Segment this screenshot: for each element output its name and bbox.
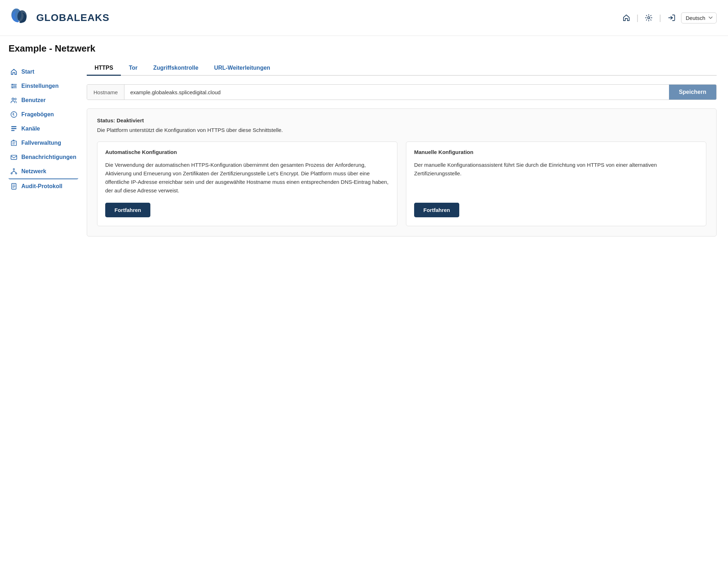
home-button[interactable] xyxy=(620,12,632,23)
tab-tor[interactable]: Tor xyxy=(121,61,145,76)
header: GLOBALEAKS | | Deutsch English França xyxy=(0,0,728,36)
settings-button[interactable] xyxy=(643,12,655,23)
logo-text: GLOBALEAKS xyxy=(36,12,109,23)
tabs: HTTPS Tor Zugriffskontrolle URL-Weiterle… xyxy=(87,61,717,76)
status-box: Status: Deaktiviert Die Plattform unters… xyxy=(87,108,717,236)
card-manuell-body: Der manuelle Konfigurationsassistent füh… xyxy=(414,161,698,195)
hostname-input[interactable] xyxy=(124,85,669,100)
svg-point-9 xyxy=(11,112,17,117)
separator-2: | xyxy=(659,13,661,22)
sidebar: Start Einstellungen xyxy=(0,61,78,251)
sidebar-label-benutzer: Benutzer xyxy=(21,97,46,103)
globaleaks-logo-icon xyxy=(9,6,31,29)
hostname-row: Hostname Speichern xyxy=(87,84,717,100)
sidebar-label-benachrichtigungen: Benachrichtigungen xyxy=(21,154,76,160)
card-manuell: Manuelle Konfiguration Der manuelle Konf… xyxy=(406,142,706,226)
tab-zugriffskontrolle[interactable]: Zugriffskontrolle xyxy=(145,61,206,76)
sidebar-item-start[interactable]: Start xyxy=(9,65,78,79)
sidebar-item-fragebögen[interactable]: Fragebögen xyxy=(9,107,78,122)
tab-url-weiterleitungen[interactable]: URL-Weiterleitungen xyxy=(206,61,278,76)
separator-1: | xyxy=(637,13,639,22)
sidebar-label-start: Start xyxy=(21,69,34,75)
svg-rect-11 xyxy=(11,126,17,127)
card-automatisch: Automatische Konfiguration Die Verwendun… xyxy=(97,142,397,226)
sidebar-label-audit-protokoll: Audit-Protokoll xyxy=(21,183,63,190)
sidebar-item-einstellungen[interactable]: Einstellungen xyxy=(9,79,78,93)
svg-rect-14 xyxy=(11,141,17,146)
sidebar-item-benachrichtigungen[interactable]: Benachrichtigungen xyxy=(9,150,78,164)
sidebar-item-netzwerk[interactable]: Netzwerk xyxy=(9,164,78,179)
sidebar-label-kanäle: Kanäle xyxy=(21,126,40,132)
kanäle-icon xyxy=(10,125,18,133)
language-select[interactable]: Deutsch English Français Español xyxy=(681,12,717,23)
benachrichtigungen-icon xyxy=(10,153,18,161)
netzwerk-icon xyxy=(10,167,18,175)
logo-area: GLOBALEAKS xyxy=(9,6,109,29)
card-automatisch-body: Die Verwendung der automatischen HTTPS-K… xyxy=(105,161,389,195)
fallverwaltung-icon xyxy=(10,139,18,147)
settings-icon xyxy=(645,14,653,22)
main-layout: Start Einstellungen xyxy=(0,58,728,251)
einstellungen-icon xyxy=(10,82,18,90)
card-manuell-title: Manuelle Konfiguration xyxy=(414,149,698,155)
svg-point-6 xyxy=(12,87,14,89)
sidebar-item-benutzer[interactable]: Benutzer xyxy=(9,93,78,107)
svg-rect-13 xyxy=(11,130,15,131)
hostname-label: Hostname xyxy=(87,85,124,100)
svg-rect-17 xyxy=(11,155,17,160)
home-icon xyxy=(622,14,630,22)
logout-button[interactable] xyxy=(665,12,678,23)
svg-point-2 xyxy=(648,17,650,19)
home-sidebar-icon xyxy=(10,68,18,76)
sidebar-label-fallverwaltung: Fallverwaltung xyxy=(21,140,61,146)
svg-point-4 xyxy=(12,84,14,85)
benutzer-icon xyxy=(10,96,18,104)
page-title: Example - Netzwerk xyxy=(9,43,717,54)
page-title-area: Example - Netzwerk xyxy=(0,36,728,58)
cards-row: Automatische Konfiguration Die Verwendun… xyxy=(97,142,706,226)
svg-point-7 xyxy=(12,98,14,100)
save-button[interactable]: Speichern xyxy=(669,85,716,100)
card-automatisch-button[interactable]: Fortfahren xyxy=(105,203,150,217)
content-area: HTTPS Tor Zugriffskontrolle URL-Weiterle… xyxy=(78,61,728,251)
sidebar-label-fragebögen: Fragebögen xyxy=(21,111,54,118)
card-manuell-button[interactable]: Fortfahren xyxy=(414,203,459,217)
svg-point-10 xyxy=(14,116,14,116)
sidebar-item-audit-protokoll[interactable]: Audit-Protokoll xyxy=(9,179,78,193)
svg-point-5 xyxy=(15,85,16,87)
sidebar-item-fallverwaltung[interactable]: Fallverwaltung xyxy=(9,136,78,150)
svg-rect-12 xyxy=(11,128,17,129)
status-label: Status: Deaktiviert xyxy=(97,117,706,123)
sidebar-item-kanäle[interactable]: Kanäle xyxy=(9,122,78,136)
card-automatisch-title: Automatische Konfiguration xyxy=(105,149,389,155)
sidebar-label-netzwerk: Netzwerk xyxy=(21,168,46,175)
status-description: Die Plattform unterstützt die Konfigurat… xyxy=(97,127,706,133)
tab-https[interactable]: HTTPS xyxy=(87,61,121,76)
sidebar-label-einstellungen: Einstellungen xyxy=(21,83,59,89)
header-right: | | Deutsch English Français Español xyxy=(620,12,717,23)
logout-icon xyxy=(668,14,675,22)
svg-point-8 xyxy=(15,98,16,100)
fragebögen-icon xyxy=(10,111,18,118)
audit-protokoll-icon xyxy=(10,182,18,190)
